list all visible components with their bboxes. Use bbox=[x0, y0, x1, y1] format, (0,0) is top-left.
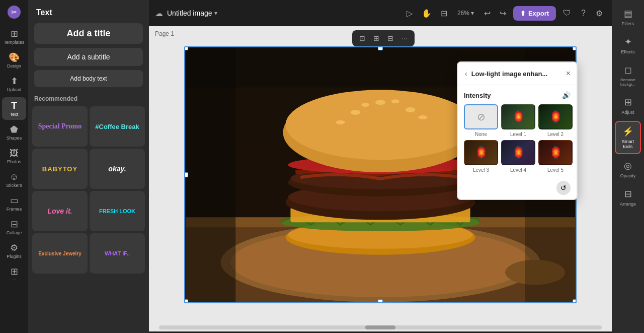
file-icon: ☁ bbox=[155, 9, 163, 18]
sidebar-item-frames[interactable]: ▭ Frames bbox=[2, 193, 26, 215]
svg-text:✂: ✂ bbox=[11, 8, 17, 16]
canvas-wrapper: Page 1 ⊡ ⊞ ⊟ ··· bbox=[149, 26, 612, 333]
top-bar-tools: ▷ ✋ ⊟ 26% ▾ ↩ ↪ bbox=[404, 6, 509, 21]
intensity-level2[interactable]: 🏮 Level 2 bbox=[538, 104, 573, 137]
sidebar-item-upload[interactable]: ⬆ Upload bbox=[2, 74, 26, 95]
panel-section: Intensity 🔊 ⊘ None bbox=[458, 85, 577, 179]
level1-thumb: 🏮 bbox=[501, 104, 535, 129]
text-icon: T bbox=[11, 100, 17, 110]
refresh-area: ↺ bbox=[458, 179, 577, 199]
sidebar-item-plugins[interactable]: ⚙ Plugins bbox=[2, 240, 26, 262]
svg-point-22 bbox=[375, 100, 385, 105]
plugins-icon: ⚙ bbox=[10, 243, 18, 252]
canvas-background: Page 1 ⊡ ⊞ ⊟ ··· bbox=[149, 26, 612, 323]
export-icon: ⬆ bbox=[520, 10, 526, 17]
zoom-control[interactable]: 26% ▾ bbox=[453, 8, 478, 19]
level4-thumb: 🏮 bbox=[501, 140, 535, 165]
right-sidebar: ▤ Filters ✦ Effects ◻ Remove backgr... ⊞… bbox=[612, 0, 644, 333]
add-title-button[interactable]: Add a title bbox=[34, 23, 143, 44]
panel-title: Low-light image enhan... bbox=[471, 70, 563, 78]
duplicate-button[interactable]: ⊟ bbox=[384, 32, 396, 44]
smart-tools-icon: ⚡ bbox=[622, 126, 633, 137]
stickers-icon: ☺ bbox=[10, 172, 19, 181]
sidebar-item-text[interactable]: T Text bbox=[2, 97, 26, 120]
intensity-none[interactable]: ⊘ None bbox=[464, 104, 498, 137]
remove-bg-icon: ◻ bbox=[624, 64, 632, 76]
right-tool-remove-bg[interactable]: ◻ Remove backgr... bbox=[615, 60, 641, 91]
export-button[interactable]: ⬆ Export bbox=[513, 6, 556, 21]
template-love-it[interactable]: Love it. bbox=[32, 191, 88, 231]
grid-icon: ⊞ bbox=[11, 267, 18, 276]
right-tool-smart-tools[interactable]: ⚡ Smart tools bbox=[615, 121, 641, 154]
frames-icon: ▭ bbox=[10, 196, 19, 205]
panel-close-button[interactable]: × bbox=[566, 69, 571, 78]
right-tool-filters[interactable]: ▤ Filters bbox=[615, 4, 641, 30]
intensity-level5[interactable]: 🏮 Level 5 bbox=[538, 140, 573, 173]
sidebar-item-templates[interactable]: ⊞ Templates bbox=[2, 26, 26, 48]
sound-icon: 🔊 bbox=[562, 91, 571, 99]
shapes-icon: ⬟ bbox=[10, 125, 18, 134]
back-icon: ‹ bbox=[465, 70, 467, 78]
undo-button[interactable]: ↩ bbox=[481, 6, 494, 21]
arrange-icon: ⊟ bbox=[624, 188, 632, 199]
enhancement-panel: ‹ Low-light image enhan... × Intensity 🔊 bbox=[457, 61, 578, 200]
layout-grid-button[interactable]: ⊞ bbox=[370, 32, 382, 44]
canvas-scroll-thumb[interactable] bbox=[365, 325, 395, 329]
canvas-toolbar: ⊡ ⊞ ⊟ ··· bbox=[352, 30, 415, 46]
add-subtitle-button[interactable]: Add a subtitle bbox=[34, 48, 143, 66]
close-icon: × bbox=[566, 69, 571, 78]
chevron-down-icon: ▾ bbox=[471, 10, 474, 17]
svg-point-25 bbox=[391, 99, 399, 103]
main-area: ☁ Untitled image ▾ ▷ ✋ ⊟ 26% ▾ ↩ ↪ ⬆ Exp… bbox=[149, 0, 612, 333]
none-thumb: ⊘ bbox=[464, 104, 498, 129]
sidebar-item-shapes[interactable]: ⬟ Shapes bbox=[2, 122, 26, 144]
sidebar-item-photos[interactable]: 🖼 Photos bbox=[2, 146, 26, 167]
level5-thumb: 🏮 bbox=[538, 140, 573, 165]
add-body-button[interactable]: Add body text bbox=[34, 70, 143, 87]
help-icon[interactable]: ? bbox=[578, 6, 589, 21]
intensity-level1[interactable]: 🏮 Level 1 bbox=[501, 104, 535, 137]
right-tool-effects[interactable]: ✦ Effects bbox=[615, 32, 641, 58]
shield-icon[interactable]: 🛡 bbox=[560, 6, 574, 21]
design-icon: 🎨 bbox=[9, 53, 20, 62]
settings-icon[interactable]: ⚙ bbox=[593, 6, 606, 21]
panel-back-button[interactable]: ‹ bbox=[464, 69, 468, 79]
sidebar-item-design[interactable]: 🎨 Design bbox=[2, 50, 26, 72]
canvas-scroll-bar bbox=[159, 325, 602, 329]
right-tool-opacity[interactable]: ◎ Opacity bbox=[615, 156, 641, 182]
panel-header: ‹ Low-light image enhan... × bbox=[458, 62, 577, 85]
right-tool-adjust[interactable]: ⊞ Adjust bbox=[615, 93, 641, 119]
chevron-down-icon[interactable]: ▾ bbox=[214, 10, 217, 17]
opacity-icon: ◎ bbox=[624, 160, 632, 171]
intensity-grid: ⊘ None 🏮 Level 1 bbox=[464, 104, 571, 173]
page-label: Page 1 bbox=[155, 30, 174, 37]
template-exclusive-jewelry[interactable]: Exclusive Jewelry bbox=[32, 233, 88, 274]
template-coffee-break[interactable]: #Coffee Break bbox=[90, 106, 145, 147]
hand-tool-button[interactable]: ✋ bbox=[419, 6, 435, 21]
play-button[interactable]: ▷ bbox=[404, 6, 416, 21]
redo-button[interactable]: ↪ bbox=[497, 6, 509, 21]
sidebar-item-collage[interactable]: ⊟ Collage bbox=[2, 217, 26, 238]
intensity-level4[interactable]: 🏮 Level 4 bbox=[501, 140, 535, 173]
refresh-button[interactable]: ↺ bbox=[556, 181, 571, 195]
crop-tool-button[interactable]: ⊡ bbox=[356, 32, 368, 44]
sidebar-item-stickers[interactable]: ☺ Stickers bbox=[2, 169, 26, 191]
template-babytoy[interactable]: BABYTOY bbox=[32, 149, 88, 189]
upload-icon: ⬆ bbox=[11, 77, 18, 86]
templates-icon: ⊞ bbox=[11, 29, 18, 38]
template-fresh-look[interactable]: FRESH LOOK bbox=[90, 191, 145, 231]
layout-button[interactable]: ⊟ bbox=[438, 6, 450, 21]
collage-icon: ⊟ bbox=[11, 220, 18, 229]
filters-icon: ▤ bbox=[624, 8, 632, 19]
more-options-button[interactable]: ··· bbox=[398, 32, 411, 44]
right-tool-arrange[interactable]: ⊟ Arrange bbox=[615, 184, 641, 211]
level3-thumb: 🏮 bbox=[464, 140, 498, 165]
template-what-if[interactable]: WHAT IF.. bbox=[90, 233, 145, 274]
text-panel: Text Add a title Add a subtitle Add body… bbox=[28, 0, 149, 333]
template-okay[interactable]: okay. bbox=[90, 149, 145, 189]
intensity-level3[interactable]: 🏮 Level 3 bbox=[464, 140, 498, 173]
svg-point-26 bbox=[336, 120, 345, 124]
level2-thumb: 🏮 bbox=[538, 104, 573, 129]
template-special-promo[interactable]: Special Promo bbox=[32, 106, 88, 147]
sidebar-item-grid[interactable]: ⊞ ··· bbox=[2, 264, 26, 285]
